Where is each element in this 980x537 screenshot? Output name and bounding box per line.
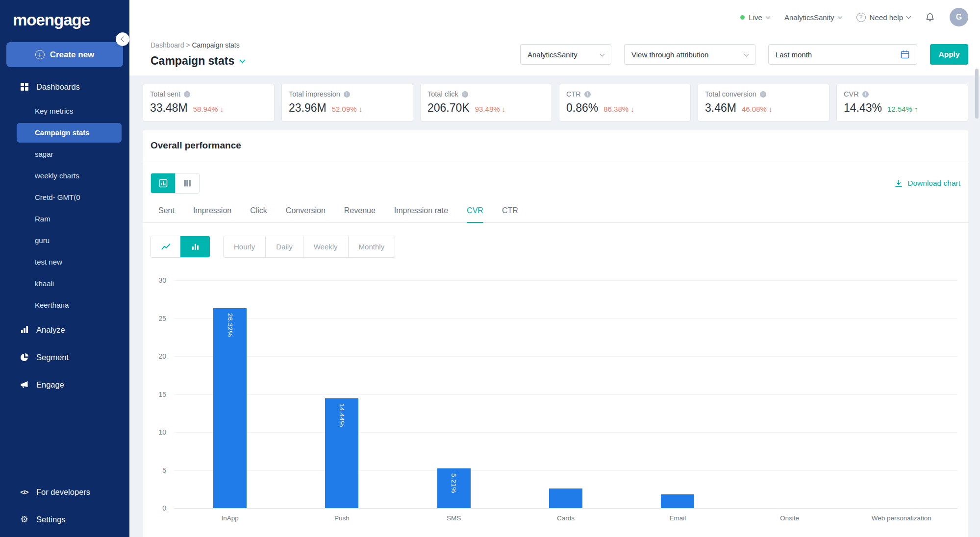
sidebar-item-sagar[interactable]: sagar: [0, 144, 129, 165]
moengage-logo: moengage: [13, 11, 129, 29]
sidebar-item-ram[interactable]: Ram: [0, 208, 129, 230]
info-icon[interactable]: i: [862, 91, 869, 98]
need-help-label: Need help: [870, 13, 903, 22]
divider: [143, 162, 968, 162]
tab-revenue[interactable]: Revenue: [344, 206, 376, 222]
info-icon[interactable]: i: [184, 91, 190, 98]
stat-value: 14.43%: [844, 101, 882, 115]
bar-cards[interactable]: [549, 488, 582, 508]
granularity-daily[interactable]: Daily: [265, 236, 302, 257]
x-axis: InAppPushSMSCardsEmailOnsiteWeb personal…: [143, 508, 968, 522]
y-tick-label: 30: [158, 276, 166, 284]
tab-click[interactable]: Click: [250, 206, 267, 222]
granularity-hourly[interactable]: Hourly: [224, 236, 265, 257]
granularity-monthly[interactable]: Monthly: [348, 236, 395, 257]
chart-view-toggle[interactable]: [151, 173, 175, 193]
chevron-left-icon: [121, 36, 126, 42]
sidebar-collapse-button[interactable]: [116, 32, 129, 46]
sidebar-item-settings[interactable]: ⚙ Settings: [0, 506, 129, 533]
sidebar-item-keerthana[interactable]: Keerthana: [0, 294, 129, 316]
sidebar-item-test-new[interactable]: test new: [0, 251, 129, 273]
scrollbar-thumb[interactable]: [975, 69, 979, 119]
plot-area: 26.32%14.44%5.21%: [174, 280, 957, 508]
date-range-value: Last month: [776, 50, 812, 59]
tab-cvr[interactable]: CVR: [467, 206, 483, 223]
sidebar-item-engage[interactable]: Engage: [0, 371, 129, 398]
topbar: Live AnalyticsSanity ? Need help G: [129, 0, 980, 34]
page-header: Dashboard > Campaign stats Campaign stat…: [129, 34, 980, 75]
y-tick-label: 25: [158, 315, 166, 322]
panel-controls: Download chart: [143, 173, 968, 194]
x-tick-label-inapp: InApp: [174, 508, 286, 522]
sidebar-item-key-metrics[interactable]: Key metrics: [0, 100, 129, 122]
content: Dashboard > Campaign stats Campaign stat…: [129, 34, 980, 537]
sidebar-item-guru[interactable]: guru: [0, 230, 129, 251]
line-chart-toggle[interactable]: [151, 236, 180, 257]
x-tick-label-cards: Cards: [510, 508, 622, 522]
table-view-icon: [183, 179, 192, 188]
sidebar-item-weekly-charts[interactable]: weekly charts: [0, 165, 129, 187]
granularity-weekly[interactable]: Weekly: [303, 236, 348, 257]
apply-button[interactable]: Apply: [930, 44, 968, 65]
bar-inapp[interactable]: 26.32%: [213, 308, 247, 508]
download-icon: [894, 179, 903, 188]
bar-email[interactable]: [661, 494, 694, 508]
table-view-toggle[interactable]: [175, 173, 199, 193]
bar-column-inapp: 26.32%: [174, 280, 286, 508]
info-icon[interactable]: i: [344, 91, 350, 98]
attribution-filter-value: View through attribution: [631, 50, 708, 59]
bar-value-label: 14.44%: [338, 398, 346, 508]
notifications-button[interactable]: [925, 12, 935, 22]
create-new-button[interactable]: + Create new: [6, 42, 123, 67]
x-tick-label-push: Push: [286, 508, 398, 522]
sidebar-item-khaali[interactable]: khaali: [0, 273, 129, 294]
sidebar-item-for-developers[interactable]: </> For developers: [0, 478, 129, 506]
org-dropdown[interactable]: AnalyticsSanity: [784, 13, 842, 22]
gridline: [174, 508, 957, 509]
stat-card-total-click: Total clicki206.70K93.48% ↓: [420, 84, 552, 122]
need-help-dropdown[interactable]: ? Need help: [856, 13, 910, 22]
tab-sent[interactable]: Sent: [158, 206, 175, 222]
stat-value: 3.46M: [705, 101, 736, 115]
avatar[interactable]: G: [950, 8, 968, 26]
sidebar-item-analyze[interactable]: Analyze: [0, 316, 129, 343]
live-label: Live: [749, 13, 762, 22]
stat-card-total-sent: Total senti33.48M58.94% ↓: [143, 84, 275, 122]
info-icon[interactable]: i: [584, 91, 591, 98]
tab-impression[interactable]: Impression: [193, 206, 231, 222]
bar-sms[interactable]: 5.21%: [437, 468, 471, 508]
tab-impression-rate[interactable]: Impression rate: [394, 206, 448, 222]
page-title: Campaign stats: [151, 54, 245, 68]
sidebar-item-campaign-stats[interactable]: Campaign stats: [17, 123, 122, 143]
bar-push[interactable]: 14.44%: [325, 398, 358, 508]
sidebar-item-cretd-gmt-0[interactable]: Cretd- GMT(0: [0, 187, 129, 208]
breadcrumb: Dashboard > Campaign stats: [151, 41, 245, 49]
tab-conversion[interactable]: Conversion: [286, 206, 326, 222]
tab-ctr[interactable]: CTR: [502, 206, 518, 222]
bar-column-sms: 5.21%: [398, 280, 510, 508]
y-axis: 051015202530: [143, 280, 174, 508]
stat-card-ctr: CTRi0.86%86.38% ↓: [559, 84, 691, 122]
download-chart-link[interactable]: Download chart: [894, 179, 960, 188]
info-icon[interactable]: i: [462, 91, 468, 98]
bar-chart-toggle[interactable]: [180, 236, 210, 257]
y-tick-label: 5: [162, 466, 166, 474]
y-tick-label: 15: [158, 391, 166, 398]
analyze-bars-icon: [20, 325, 29, 334]
date-range-picker[interactable]: Last month: [768, 44, 917, 65]
chevron-down-icon: [600, 51, 605, 56]
sidebar-item-dashboards[interactable]: Dashboards: [0, 73, 129, 100]
analyze-label: Analyze: [36, 325, 65, 335]
stat-value: 206.70K: [427, 101, 470, 115]
stat-label: Total conversion: [705, 90, 756, 98]
live-status-dropdown[interactable]: Live: [740, 13, 770, 22]
page-title-text: Campaign stats: [151, 54, 234, 68]
chart-view-icon: [159, 179, 168, 188]
title-chevron-down-icon[interactable]: [239, 57, 246, 63]
for-developers-label: For developers: [36, 488, 90, 497]
info-icon[interactable]: i: [760, 91, 766, 98]
org-filter-dropdown[interactable]: AnalyticsSanity: [520, 44, 611, 65]
breadcrumb-parent[interactable]: Dashboard: [151, 41, 184, 49]
sidebar-item-segment[interactable]: Segment: [0, 343, 129, 371]
attribution-filter-dropdown[interactable]: View through attribution: [624, 44, 755, 65]
